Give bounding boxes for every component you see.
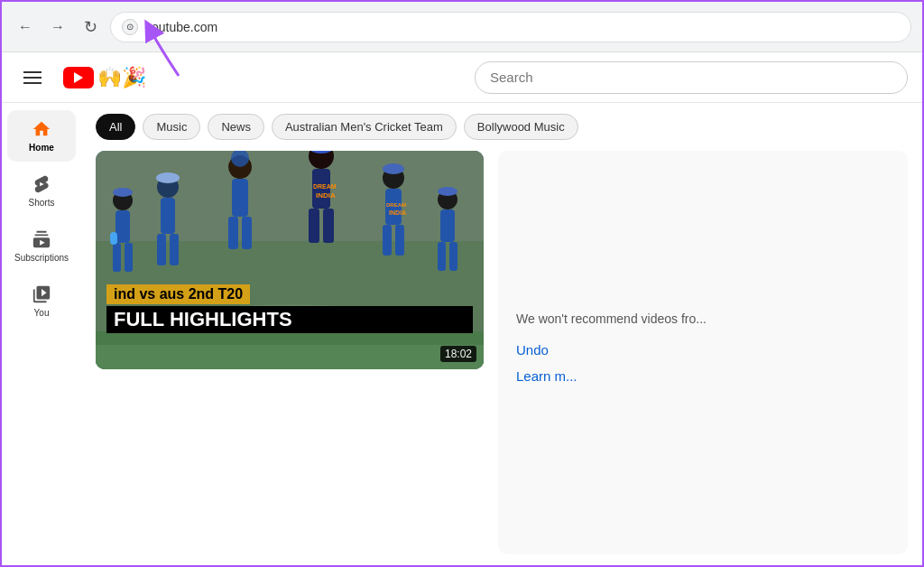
video-duration: 18:02 [440, 346, 476, 362]
svg-rect-37 [110, 232, 117, 245]
svg-rect-29 [438, 242, 446, 271]
yt-header: 🙌🎉 [2, 52, 922, 103]
svg-rect-4 [161, 198, 175, 234]
svg-rect-6 [170, 234, 179, 265]
hamburger-line [23, 82, 42, 84]
svg-text:DREAM: DREAM [313, 183, 337, 190]
sidebar-item-subscriptions[interactable]: Subscriptions [7, 220, 76, 272]
svg-rect-34 [113, 243, 121, 272]
url-text: youtube.com [145, 20, 217, 34]
sidebar-item-you[interactable]: You [7, 275, 76, 327]
svg-rect-17 [309, 209, 319, 243]
browser-chrome: ← → ↻ ⊙ youtube.com [2, 2, 922, 52]
video-title-bottom: FULL HIGHLIGHTS [106, 306, 473, 333]
svg-rect-25 [395, 225, 404, 256]
sidebar-home-label: Home [29, 143, 54, 153]
video-overlay: ind vs aus 2nd T20 FULL HIGHLIGHTS [106, 284, 473, 333]
sidebar-shorts-label: Shorts [29, 198, 55, 208]
back-button[interactable]: ← [13, 14, 38, 40]
svg-point-26 [383, 163, 404, 174]
svg-point-7 [156, 172, 180, 183]
subscriptions-icon [32, 229, 51, 249]
recommend-card: We won't recommend videos fro... Undo Le… [498, 151, 908, 554]
svg-point-31 [438, 187, 457, 196]
chip-news[interactable]: News [208, 114, 264, 140]
svg-text:DREAM: DREAM [386, 202, 406, 208]
chip-bollywood[interactable]: Bollywood Music [464, 114, 578, 140]
video-thumbnail: DREAM INDIA DREAM [96, 151, 484, 369]
learn-link[interactable]: Learn m... [516, 368, 890, 384]
yt-logo[interactable]: 🙌🎉 [63, 66, 146, 89]
hamburger-button[interactable] [16, 61, 49, 94]
recommend-text: We won't recommend videos fro... [516, 311, 890, 329]
reload-button[interactable]: ↻ [78, 14, 103, 40]
yt-content: All Music News Australian Men's Cricket … [81, 103, 922, 567]
svg-rect-24 [383, 225, 392, 256]
svg-text:INDIA: INDIA [316, 191, 336, 200]
sidebar-item-home[interactable]: Home [7, 110, 76, 162]
sidebar-subscriptions-label: Subscriptions [14, 253, 69, 263]
svg-rect-11 [242, 217, 252, 249]
undo-link[interactable]: Undo [516, 342, 890, 358]
video-grid: DREAM INDIA DREAM [81, 151, 922, 567]
svg-rect-33 [116, 210, 130, 243]
forward-button[interactable]: → [45, 14, 70, 40]
you-icon [32, 284, 51, 304]
sidebar-you-label: You [34, 308, 50, 318]
filter-chips: All Music News Australian Men's Cricket … [81, 103, 922, 151]
svg-rect-10 [228, 217, 238, 249]
search-input[interactable] [490, 70, 892, 85]
svg-rect-18 [323, 209, 334, 243]
svg-rect-39 [96, 345, 484, 369]
youtube-app: 🙌🎉 Home Shorts [2, 52, 922, 567]
home-icon [32, 119, 51, 139]
thumbnail-image: DREAM INDIA DREAM [96, 151, 484, 369]
yt-logo-icon [63, 67, 94, 88]
sidebar-item-shorts[interactable]: Shorts [7, 165, 76, 217]
video-card-main[interactable]: DREAM INDIA DREAM [96, 151, 484, 554]
video-title-top: ind vs aus 2nd T20 [106, 284, 250, 304]
shorts-icon [32, 174, 51, 194]
celebration-icons: 🙌🎉 [97, 66, 146, 89]
yt-sidebar: Home Shorts Subscriptions You [2, 103, 81, 567]
address-bar[interactable]: ⊙ youtube.com [110, 12, 911, 42]
site-icon: ⊙ [122, 19, 138, 35]
svg-text:INDIA: INDIA [389, 209, 406, 216]
search-bar[interactable] [475, 61, 908, 94]
hamburger-line [23, 71, 42, 73]
svg-rect-28 [440, 209, 455, 242]
yt-body: Home Shorts Subscriptions You [2, 103, 922, 567]
svg-rect-30 [449, 242, 457, 271]
chip-all[interactable]: All [96, 114, 135, 140]
chip-music[interactable]: Music [143, 114, 200, 140]
hamburger-line [23, 77, 42, 79]
chip-cricket[interactable]: Australian Men's Cricket Team [272, 114, 457, 140]
svg-rect-9 [232, 179, 248, 217]
svg-rect-35 [125, 243, 133, 272]
svg-rect-5 [157, 234, 166, 265]
svg-point-36 [113, 188, 133, 197]
svg-rect-2 [96, 151, 484, 241]
